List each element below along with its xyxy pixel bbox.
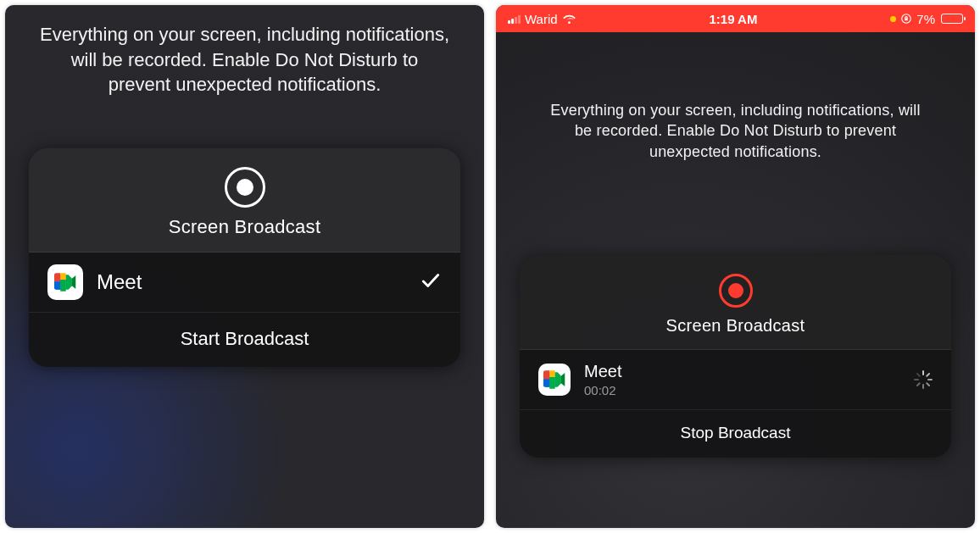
battery-percent-label: 7%	[916, 12, 935, 26]
signal-icon	[508, 14, 521, 24]
advisory-text: Everything on your screen, including not…	[496, 32, 975, 162]
advisory-text: Everything on your screen, including not…	[5, 5, 484, 97]
broadcast-app-row[interactable]: Meet	[29, 253, 460, 313]
orientation-lock-icon	[900, 13, 912, 25]
broadcast-sheet-header: Screen Broadcast	[520, 255, 951, 350]
meet-app-icon	[538, 364, 571, 396]
wifi-icon	[562, 14, 576, 25]
record-icon	[719, 274, 753, 308]
svg-rect-1	[905, 18, 909, 20]
broadcast-sheet-header: Screen Broadcast	[29, 148, 460, 253]
status-bar: Warid 1:19 AM 7%	[496, 5, 975, 32]
broadcast-sheet: Screen Broadcast Meet 00:02	[520, 255, 951, 458]
broadcast-app-name: Meet	[584, 362, 900, 381]
broadcast-app-row[interactable]: Meet 00:02	[520, 350, 951, 410]
broadcast-elapsed-time: 00:02	[584, 383, 900, 397]
stop-broadcast-button[interactable]: Stop Broadcast	[520, 410, 951, 458]
broadcast-sheet: Screen Broadcast Meet Start Br	[29, 148, 460, 367]
sheet-title: Screen Broadcast	[169, 216, 321, 238]
start-broadcast-button[interactable]: Start Broadcast	[29, 313, 460, 367]
recording-indicator-icon	[890, 16, 896, 22]
carrier-label: Warid	[525, 12, 558, 26]
screenshot-left: Everything on your screen, including not…	[5, 5, 484, 528]
record-icon	[225, 167, 265, 208]
loading-spinner-icon	[914, 370, 933, 389]
statusbar-time: 1:19 AM	[709, 12, 757, 26]
battery-icon	[941, 14, 963, 24]
meet-app-icon	[47, 264, 83, 300]
screenshot-right: Warid 1:19 AM 7% Everything on your scre…	[496, 5, 975, 528]
broadcast-app-name: Meet	[97, 270, 406, 294]
check-icon	[420, 269, 442, 295]
sheet-title: Screen Broadcast	[666, 316, 805, 336]
